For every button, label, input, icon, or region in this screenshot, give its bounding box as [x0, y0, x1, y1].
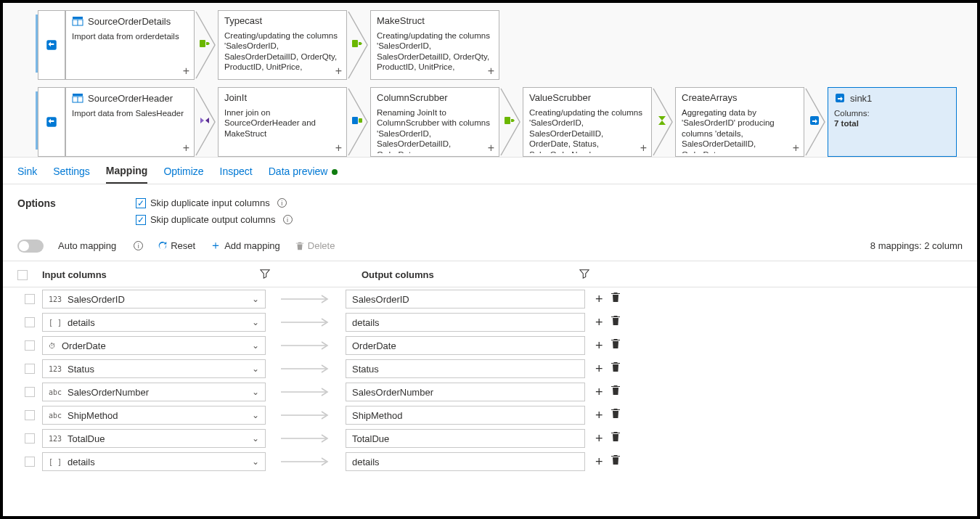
flow-node-makestruct[interactable]: MakeStructCreating/updating the columns …: [370, 10, 499, 80]
mapping-arrow-icon: [266, 388, 346, 396]
tab-data-preview[interactable]: Data preview: [269, 165, 338, 183]
output-column-input[interactable]: OrderDate: [346, 336, 585, 355]
tab-settings[interactable]: Settings: [53, 165, 90, 183]
chevron-down-icon: ⌄: [252, 433, 259, 444]
row-checkbox[interactable]: [25, 364, 35, 374]
checkmark-icon: ✓: [136, 198, 146, 208]
svg-rect-11: [359, 118, 362, 123]
output-column-input[interactable]: SalesOrderID: [346, 290, 585, 308]
add-step-icon[interactable]: +: [488, 142, 494, 155]
add-icon[interactable]: +: [595, 292, 603, 307]
row-checkbox[interactable]: [25, 317, 35, 327]
input-column-select[interactable]: abcSalesOrderNumber⌄: [42, 383, 266, 401]
add-icon[interactable]: +: [595, 315, 603, 330]
flow-node-sink1[interactable]: sink1Columns:7 total: [828, 87, 957, 157]
trash-icon[interactable]: [611, 408, 621, 423]
chevron-down-icon: ⌄: [252, 410, 259, 420]
trash-icon[interactable]: [611, 431, 621, 446]
mapping-row: [ ]details⌄details+: [3, 311, 977, 334]
tab-sink[interactable]: Sink: [17, 165, 37, 183]
tab-optimize[interactable]: Optimize: [163, 165, 203, 183]
input-column-select[interactable]: 123TotalDue⌄: [42, 429, 266, 448]
filter-icon[interactable]: [260, 269, 282, 281]
row-checkbox[interactable]: [25, 294, 35, 304]
row-checkbox[interactable]: [25, 433, 35, 444]
row-checkbox[interactable]: [25, 457, 35, 467]
trash-icon[interactable]: [611, 385, 621, 400]
flow-node-typecast[interactable]: TypecastCreating/updating the columns 'S…: [218, 10, 347, 80]
reset-button[interactable]: Reset: [158, 240, 195, 251]
input-column-select[interactable]: 123Status⌄: [42, 359, 266, 378]
flow-node-joinit[interactable]: JoinItInner join on SourceOrderHeader an…: [218, 87, 347, 157]
mapping-arrow-icon: [266, 295, 346, 303]
add-step-icon[interactable]: +: [183, 142, 189, 155]
mapping-row: abcSalesOrderNumber⌄SalesOrderNumber+: [3, 380, 977, 404]
trash-icon: [295, 241, 305, 251]
mapping-row: abcShipMethod⌄ShipMethod+: [3, 404, 977, 427]
flow-node-sourceorderdetails[interactable]: SourceOrderDetailsImport data from order…: [65, 10, 195, 80]
auto-mapping-toggle[interactable]: [17, 240, 44, 253]
mapping-row: 123Status⌄Status+: [3, 357, 977, 380]
tab-mapping[interactable]: Mapping: [106, 165, 148, 184]
add-step-icon[interactable]: +: [183, 65, 189, 78]
add-icon[interactable]: +: [595, 361, 603, 377]
select-all-checkbox[interactable]: [17, 270, 28, 280]
flow-node-sourceorderheader[interactable]: SourceOrderHeaderImport data from SalesH…: [65, 87, 195, 157]
mapping-row: 123TotalDue⌄TotalDue+: [3, 427, 977, 450]
trash-icon[interactable]: [611, 338, 621, 354]
chevron-down-icon: ⌄: [252, 364, 259, 374]
flow-node-columnscrubber[interactable]: ColumnScrubberRenaming JoinIt to ColumnS…: [370, 87, 499, 157]
input-column-select[interactable]: abcShipMethod⌄: [42, 406, 266, 425]
add-step-icon[interactable]: +: [640, 142, 647, 155]
plus-icon: ＋: [210, 238, 221, 253]
row-checkbox[interactable]: [25, 340, 35, 351]
output-column-input[interactable]: details: [346, 313, 585, 332]
info-icon[interactable]: i: [277, 198, 287, 208]
tab-inspect[interactable]: Inspect: [220, 165, 253, 183]
input-column-select[interactable]: [ ]details⌄: [42, 313, 266, 332]
input-column-select[interactable]: 123SalesOrderID⌄: [42, 290, 266, 308]
output-column-input[interactable]: SalesOrderNumber: [346, 383, 585, 401]
row-checkbox[interactable]: [25, 410, 35, 420]
add-step-icon[interactable]: +: [335, 142, 342, 155]
add-icon[interactable]: +: [595, 338, 603, 354]
skip-output-checkbox[interactable]: ✓ Skip duplicate output columns i: [136, 214, 293, 225]
skip-input-checkbox[interactable]: ✓ Skip duplicate input columns i: [136, 197, 293, 208]
flow-node-valuescrubber[interactable]: ValueScrubberCreating/updating the colum…: [523, 87, 652, 157]
input-column-select[interactable]: ⏱OrderDate⌄: [42, 336, 266, 355]
trash-icon[interactable]: [611, 454, 621, 470]
add-mapping-button[interactable]: ＋ Add mapping: [210, 238, 280, 253]
trash-icon[interactable]: [611, 361, 621, 377]
add-icon[interactable]: +: [595, 431, 603, 446]
output-column-input[interactable]: details: [346, 452, 585, 471]
filter-icon[interactable]: [579, 269, 601, 281]
svg-rect-12: [505, 117, 510, 124]
flow-canvas[interactable]: SourceOrderDetailsImport data from order…: [3, 3, 977, 158]
flow-node-createarrays[interactable]: CreateArraysAggregating data by 'SalesOr…: [675, 87, 804, 157]
output-column-input[interactable]: Status: [346, 359, 585, 378]
add-icon[interactable]: +: [595, 454, 603, 470]
chevron-down-icon: ⌄: [252, 294, 259, 304]
add-step-icon[interactable]: +: [335, 65, 342, 78]
info-icon[interactable]: i: [283, 215, 293, 224]
svg-rect-7: [73, 94, 83, 96]
trash-icon[interactable]: [611, 315, 621, 330]
output-column-input[interactable]: ShipMethod: [346, 406, 585, 425]
checkmark-icon: ✓: [136, 215, 146, 225]
derive-icon: [202, 38, 215, 51]
add-step-icon[interactable]: +: [488, 65, 494, 78]
add-icon[interactable]: +: [595, 385, 603, 400]
delete-button[interactable]: Delete: [295, 240, 335, 251]
mapping-arrow-icon: [266, 318, 346, 327]
derive-icon: [507, 115, 520, 128]
info-icon[interactable]: i: [134, 241, 143, 250]
output-column-input[interactable]: TotalDue: [346, 429, 585, 448]
add-icon[interactable]: +: [595, 408, 603, 423]
join-icon: [202, 115, 215, 128]
svg-rect-10: [352, 117, 358, 124]
mapping-row: 123SalesOrderID⌄SalesOrderID+: [3, 287, 977, 311]
add-step-icon[interactable]: +: [793, 142, 799, 155]
trash-icon[interactable]: [611, 292, 621, 307]
row-checkbox[interactable]: [25, 387, 35, 397]
input-column-select[interactable]: [ ]details⌄: [42, 452, 266, 471]
